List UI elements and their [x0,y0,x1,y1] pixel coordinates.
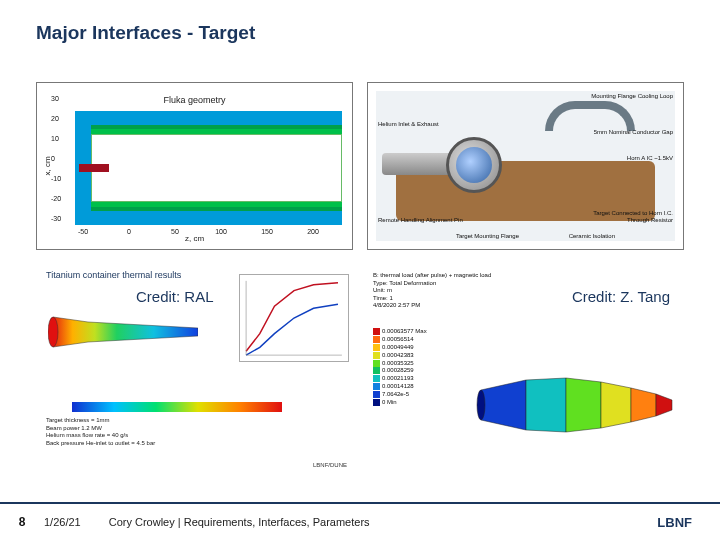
fluka-ytick: -30 [51,215,61,222]
fluka-xtick: 100 [215,228,227,235]
ral-colorbar [72,402,282,412]
fluka-ytick: -20 [51,195,61,202]
legend-swatch [373,352,380,359]
legend-value: 0.00014128 [382,383,414,389]
tang-credit: Credit: Z. Tang [572,288,670,305]
tang-legend-item: 0.00049449 [373,344,427,352]
tang-legend-item: 0.00063577 Max [373,328,427,336]
cad-panel: Mounting Flange Cooling Loop 5mm Nominal… [367,82,684,250]
legend-swatch [373,399,380,406]
legend-value: 0.00056514 [382,336,414,342]
cad-gap-label: 5mm Nominal Conductor Gap [594,129,673,135]
ral-panel: Titanium container thermal results Credi… [36,266,353,474]
cad-conn-label: Target Connected to Horn I.C. Through Re… [593,210,673,223]
ral-note: Helium mass flow rate = 40 g/s [46,432,155,440]
tang-panel: Credit: Z. Tang B: thermal load (after p… [367,266,684,474]
tang-unit: Unit: m [373,287,491,295]
legend-value: 0.00028259 [382,367,414,373]
row-1: Fluka geometry x, cm z, cm -50 0 50 100 … [36,82,684,250]
legend-value: 0.00049449 [382,344,414,350]
tang-time: Time: 1 [373,295,491,303]
tang-legend-item: 7.0642e-5 [373,391,427,399]
fluka-ytick: 0 [51,155,55,162]
page-number: 8 [0,515,44,529]
footer-author: Cory Crowley | Requirements, Interfaces,… [109,516,370,528]
ral-mini-plot [239,274,349,362]
legend-value: 7.0642e-5 [382,391,409,397]
cad-flange-label: Mounting Flange Cooling Loop [591,93,673,99]
tang-legend-item: 0 Min [373,399,427,407]
cad-diagram: Mounting Flange Cooling Loop 5mm Nominal… [376,91,675,241]
row-2: Titanium container thermal results Credi… [36,266,684,474]
footer-brand: LBNF [657,515,692,530]
fluka-xtick: 200 [307,228,319,235]
legend-value: 0.00035325 [382,360,414,366]
ral-cone-render [48,302,198,362]
tang-legend-item: 0.00021193 [373,375,427,383]
legend-swatch [373,375,380,382]
fluka-xtick: -50 [78,228,88,235]
tang-legend: 0.00063577 Max0.000565140.000494490.0004… [373,328,427,407]
ral-logo: LBNF/DUNE [313,462,347,468]
footer: 8 1/26/21 Cory Crowley | Requirements, I… [0,502,720,540]
tang-legend-item: 0.00028259 [373,367,427,375]
ral-note: Beam power 1.2 MW [46,425,155,433]
legend-swatch [373,391,380,398]
fluka-ytick: 30 [51,95,59,102]
legend-value: 0.00021193 [382,375,414,381]
tang-header: B: thermal load (after pulse) + magnetic… [373,272,491,310]
footer-date: 1/26/21 [44,516,81,528]
svg-point-0 [48,317,58,347]
tang-legend-item: 0.00056514 [373,336,427,344]
cad-pin-label: Remote Handling Alignment Pin [378,217,463,223]
fluka-panel: Fluka geometry x, cm z, cm -50 0 50 100 … [36,82,353,250]
fluka-ytick: -10 [51,175,61,182]
ral-note: Back pressure He-inlet to outlet = 4.5 b… [46,440,155,448]
legend-value: 0.00042383 [382,352,414,358]
fluka-xtick: 150 [261,228,273,235]
cad-horn-label: Horn A IC ~1.5kV [627,155,673,161]
fluka-xtick: 50 [171,228,179,235]
cad-mount-label: Target Mounting Flange [456,233,519,239]
legend-value: 0 Min [382,399,397,405]
svg-point-3 [477,390,485,420]
slide-title: Major Interfaces - Target [36,22,255,44]
legend-swatch [373,336,380,343]
tang-type: Type: Total Deformation [373,280,491,288]
fluka-ytick: 10 [51,135,59,142]
legend-value: 0.00063577 Max [382,328,427,334]
fluka-xtick: 0 [127,228,131,235]
tang-heading: B: thermal load (after pulse) + magnetic… [373,272,491,280]
ral-notes: Target thickness = 1mm Beam power 1.2 MW… [46,417,155,448]
cad-iso-label: Ceramic Isolation [569,233,615,239]
legend-swatch [373,383,380,390]
tang-legend-item: 0.00035325 [373,360,427,368]
ral-title: Titanium container thermal results [46,270,181,280]
cad-he-label: Helium Inlet & Exhaust [378,121,439,127]
fluka-diagram [75,109,342,227]
fluka-xlabel: z, cm [185,234,204,243]
tang-legend-item: 0.00042383 [373,352,427,360]
tang-cone-render [476,360,676,450]
fluka-ytick: 20 [51,115,59,122]
tang-date: 4/8/2020 2:57 PM [373,302,491,310]
legend-swatch [373,344,380,351]
legend-swatch [373,367,380,374]
legend-swatch [373,328,380,335]
fluka-title: Fluka geometry [163,95,225,105]
tang-legend-item: 0.00014128 [373,383,427,391]
ral-note: Target thickness = 1mm [46,417,155,425]
legend-swatch [373,360,380,367]
